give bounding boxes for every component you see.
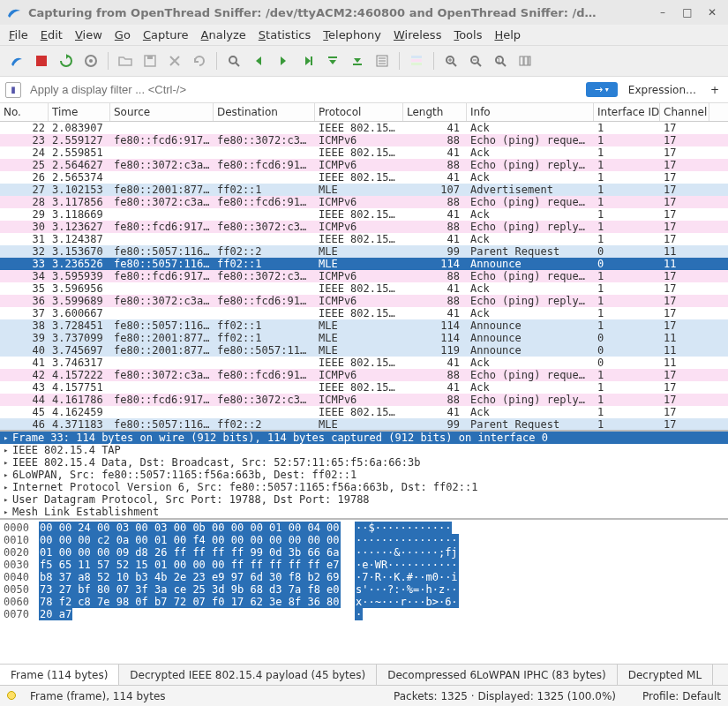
packet-row[interactable]: 313.124387IEEE 802.15.441Ack117 [0, 233, 728, 245]
menu-analyze[interactable]: Analyze [201, 28, 246, 41]
maximize-button[interactable]: □ [682, 7, 693, 18]
save-file-button[interactable] [139, 49, 161, 72]
status-profile[interactable]: Profile: Default [642, 690, 721, 702]
packet-row[interactable]: 242.559851IEEE 802.15.441Ack117 [0, 146, 728, 159]
menu-go[interactable]: Go [115, 28, 131, 41]
close-button[interactable]: ✕ [707, 7, 717, 18]
packet-row[interactable]: 363.599689fe80::3072:c3a…fe80::fcd6:91…I… [0, 295, 728, 307]
menu-capture[interactable]: Capture [143, 28, 189, 41]
packet-row[interactable]: 333.236526fe80::5057:116…ff02::1MLE114An… [0, 258, 728, 270]
svg-line-25 [502, 63, 506, 66]
colorize-button[interactable] [405, 49, 428, 72]
expression-button[interactable]: Expression… [623, 84, 702, 96]
find-button[interactable] [222, 49, 245, 72]
packet-row[interactable]: 343.595939fe80::fcd6:917…fe80::3072:c3…I… [0, 270, 728, 282]
toolbar: 1 [0, 46, 728, 77]
hex-tab[interactable]: Frame (114 bytes) [0, 665, 119, 685]
packet-row[interactable]: 403.745697fe80::2001:877…fe80::5057:11…M… [0, 344, 728, 357]
packet-row[interactable]: 373.600667IEEE 802.15.441Ack117 [0, 307, 728, 319]
column-header[interactable]: Time [49, 103, 110, 121]
display-filter-input[interactable] [26, 80, 581, 99]
expert-info-icon[interactable] [7, 690, 21, 702]
packet-row[interactable]: 273.102153fe80::2001:877…ff02::1MLE107Ad… [0, 184, 728, 196]
packet-details-pane[interactable]: ▸Frame 33: 114 bytes on wire (912 bits),… [0, 432, 728, 520]
hex-row[interactable]: 006078 f2 c8 7e 98 0f b7 72 07 f0 17 62 … [4, 596, 724, 608]
menu-telephony[interactable]: Telephony [323, 28, 381, 41]
bookmark-icon[interactable]: ▮ [5, 82, 21, 98]
hex-row[interactable]: 001000 00 00 c2 0a 00 01 00 f4 00 00 00 … [4, 534, 724, 546]
column-header[interactable]: Interface ID [594, 103, 660, 121]
column-header[interactable]: Source [110, 103, 214, 121]
minimize-button[interactable]: – [657, 7, 668, 18]
column-header[interactable]: Protocol [315, 103, 403, 121]
go-first-button[interactable] [321, 49, 344, 72]
filter-apply-button[interactable]: → ▾ [586, 82, 618, 97]
go-back-button[interactable] [247, 49, 270, 72]
packet-row[interactable]: 323.153670fe80::5057:116…ff02::2MLE99Par… [0, 245, 728, 258]
jump-to-button[interactable] [296, 49, 319, 72]
hex-row[interactable]: 000000 00 24 00 03 00 03 00 0b 00 00 00 … [4, 522, 724, 534]
autoscroll-button[interactable] [371, 49, 394, 72]
column-header[interactable]: Length [403, 103, 467, 121]
packet-row[interactable]: 232.559127fe80::fcd6:917…fe80::3072:c3…I… [0, 134, 728, 146]
packet-row[interactable]: 444.161786fe80::fcd6:917…fe80::3072:c3…I… [0, 394, 728, 406]
detail-row[interactable]: ▸Mesh Link Establishment [0, 506, 728, 518]
packet-row[interactable]: 283.117856fe80::3072:c3a…fe80::fcd6:91…I… [0, 196, 728, 208]
stop-capture-button[interactable] [30, 49, 53, 72]
hex-dump[interactable]: 000000 00 24 00 03 00 03 00 0b 00 00 00 … [0, 520, 728, 664]
packet-row[interactable]: 252.564627fe80::3072:c3a…fe80::fcd6:91…I… [0, 159, 728, 171]
detail-row[interactable]: ▸IEEE 802.15.4 Data, Dst: Broadcast, Src… [0, 456, 728, 469]
packet-row[interactable]: 434.157751IEEE 802.15.441Ack117 [0, 381, 728, 394]
packet-row[interactable]: 413.746317IEEE 802.15.441Ack011 [0, 357, 728, 369]
column-header[interactable]: Info [467, 103, 594, 121]
column-header[interactable]: Channel [660, 103, 709, 121]
hex-tab[interactable]: Decrypted ML [618, 665, 713, 685]
column-header[interactable]: No. [0, 103, 49, 121]
capture-options-button[interactable] [79, 49, 102, 72]
packet-row[interactable]: 393.737099fe80::2001:877…ff02::1MLE114An… [0, 332, 728, 344]
close-file-button[interactable] [163, 49, 186, 72]
packet-row[interactable]: 454.162459IEEE 802.15.441Ack117 [0, 406, 728, 418]
detail-row[interactable]: ▸IEEE 802.15.4 TAP [0, 444, 728, 456]
resize-columns-button[interactable] [514, 49, 537, 72]
detail-row[interactable]: ▸User Datagram Protocol, Src Port: 19788… [0, 493, 728, 506]
column-header[interactable]: Destination [214, 103, 315, 121]
menu-statistics[interactable]: Statistics [259, 28, 311, 41]
zoom-out-button[interactable] [464, 49, 487, 72]
packet-row[interactable]: 383.728451fe80::5057:116…ff02::1MLE114An… [0, 319, 728, 332]
hex-row[interactable]: 0030f5 65 11 57 52 15 01 00 00 00 ff ff … [4, 559, 724, 571]
packet-row[interactable]: 262.565374IEEE 802.15.441Ack117 [0, 171, 728, 184]
reload-button[interactable] [188, 49, 211, 72]
menu-wireless[interactable]: Wireless [394, 28, 441, 41]
restart-capture-button[interactable] [55, 49, 78, 72]
menu-file[interactable]: File [9, 28, 28, 41]
menu-view[interactable]: View [75, 28, 102, 41]
open-file-button[interactable] [114, 49, 137, 72]
hex-tab[interactable]: Decrypted IEEE 802.15.4 payload (45 byte… [119, 665, 377, 685]
go-last-button[interactable] [346, 49, 369, 72]
detail-row[interactable]: ▸Frame 33: 114 bytes on wire (912 bits),… [0, 432, 728, 444]
packet-row[interactable]: 303.123627fe80::fcd6:917…fe80::3072:c3…I… [0, 221, 728, 233]
detail-row[interactable]: ▸6LoWPAN, Src: fe80::5057:1165:f56a:663b… [0, 469, 728, 481]
packet-row[interactable]: 293.118669IEEE 802.15.441Ack117 [0, 208, 728, 221]
add-filter-button[interactable]: + [707, 84, 723, 96]
menu-tools[interactable]: Tools [454, 28, 482, 41]
menu-edit[interactable]: Edit [41, 28, 63, 41]
hex-row[interactable]: 005073 27 bf 80 07 3f 3a ce 25 3d 9b 68 … [4, 583, 724, 596]
packet-list-body[interactable]: 222.083907IEEE 802.15.441Ack117232.55912… [0, 122, 728, 430]
zoom-reset-button[interactable]: 1 [489, 49, 512, 72]
hex-row[interactable]: 002001 00 00 00 09 d8 26 ff ff ff ff 99 … [4, 546, 724, 559]
zoom-in-button[interactable] [439, 49, 462, 72]
start-capture-button[interactable] [5, 49, 28, 72]
packet-row[interactable]: 353.596956IEEE 802.15.441Ack117 [0, 282, 728, 295]
hex-row[interactable]: 007020 a7· [4, 608, 724, 620]
packet-row[interactable]: 464.371183fe80::5057:116…ff02::2MLE99Par… [0, 418, 728, 430]
packet-list-header: No.TimeSourceDestinationProtocolLengthIn… [0, 103, 728, 122]
detail-row[interactable]: ▸Internet Protocol Version 6, Src: fe80:… [0, 481, 728, 493]
go-forward-button[interactable] [272, 49, 295, 72]
hex-row[interactable]: 0040b8 37 a8 52 10 b3 4b 2e 23 e9 97 6d … [4, 571, 724, 583]
packet-row[interactable]: 222.083907IEEE 802.15.441Ack117 [0, 122, 728, 134]
hex-tab[interactable]: Decompressed 6LoWPAN IPHC (83 bytes) [377, 665, 618, 685]
menu-help[interactable]: Help [494, 28, 521, 41]
packet-row[interactable]: 424.157222fe80::3072:c3a…fe80::fcd6:91…I… [0, 369, 728, 381]
